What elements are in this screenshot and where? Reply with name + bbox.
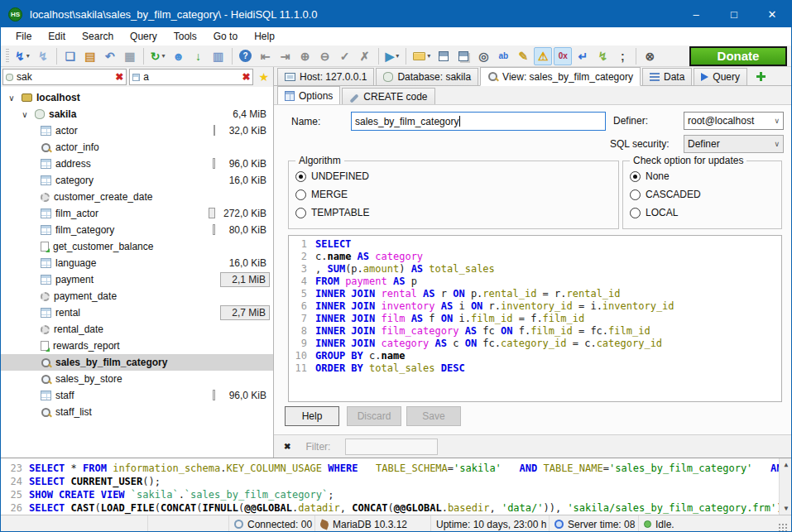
help-icon[interactable]: ? — [237, 47, 255, 65]
refresh-icon-dropdown[interactable]: ▾ — [161, 52, 165, 60]
tab-database-sakila[interactable]: Database: sakila — [376, 68, 478, 85]
print-icon[interactable]: ▦ — [121, 47, 139, 65]
replace-icon[interactable]: ab — [494, 47, 512, 65]
radio-none[interactable] — [630, 171, 641, 182]
menu-tools[interactable]: Tools — [166, 31, 205, 42]
tree-item-actor-info[interactable]: actor_info — [1, 139, 273, 156]
filter-input[interactable] — [345, 439, 438, 455]
tree-item-get-customer-balance[interactable]: get_customer_balance — [1, 238, 273, 255]
stop-icon[interactable]: ⊗ — [641, 47, 659, 65]
expand-chevron-icon[interactable]: ∨ — [19, 110, 31, 119]
check-option-option-cascaded[interactable]: CASCADED — [623, 185, 781, 204]
tree-item-film-category[interactable]: film_category80,0 KiB — [1, 222, 273, 238]
disconnect-icon[interactable]: ↯ — [34, 47, 52, 65]
expand-chevron-icon[interactable]: ∨ — [6, 93, 17, 103]
tab-query[interactable]: Query — [694, 68, 747, 85]
tree-item-staff[interactable]: staff96,0 KiB — [1, 387, 273, 404]
tab-options[interactable]: Options — [277, 86, 340, 104]
table-filter-input[interactable]: a ✖ — [129, 69, 253, 85]
menu-edit[interactable]: Edit — [40, 31, 74, 42]
clear-filter-icon[interactable]: ✖ — [242, 71, 250, 83]
tab-view-sales-by-film-category[interactable]: View: sales_by_film_category — [480, 67, 641, 86]
hex-toggle-icon[interactable]: 0x — [554, 47, 572, 65]
radio-merge[interactable] — [295, 189, 306, 200]
algorithm-option-undefined[interactable]: UNDEFINED — [289, 167, 618, 185]
semicolon-icon[interactable]: ; — [613, 47, 631, 65]
open-file-icon-dropdown[interactable]: ▾ — [427, 52, 430, 60]
tree-item-customer-create-date[interactable]: customer_create_date — [1, 189, 273, 205]
open-file-icon[interactable]: ▾ — [410, 47, 433, 65]
tree-item-sakila[interactable]: ∨sakila6,4 MiB — [1, 106, 273, 122]
tree-item-sales-by-film-category[interactable]: sales_by_film_category — [1, 354, 273, 371]
apply-icon[interactable]: ✓ — [336, 47, 354, 65]
tree-item-sales-by-store[interactable]: sales_by_store — [1, 371, 273, 387]
new-query-tab-icon[interactable] — [756, 71, 766, 82]
save-as-icon[interactable] — [454, 47, 473, 65]
database-filter-input[interactable]: sak ✖ — [2, 69, 127, 85]
run-query-icon-dropdown[interactable]: ▾ — [396, 52, 399, 60]
algorithm-option-merge[interactable]: MERGE — [289, 185, 618, 204]
last-record-icon[interactable]: ⇥ — [276, 47, 295, 65]
radio-undefined[interactable] — [295, 171, 306, 182]
tab-host-127-0-0-1[interactable]: Host: 127.0.0.1 — [277, 68, 374, 85]
definer-combobox[interactable]: root@localhost ∨ — [684, 112, 784, 130]
export-sql-icon[interactable]: ↓ — [190, 47, 208, 65]
check-option-option-none[interactable]: None — [623, 167, 781, 185]
connect-icon[interactable]: ↯▾ — [12, 47, 32, 65]
minimize-button[interactable]: – — [677, 1, 715, 27]
reconnect-icon[interactable]: ↯ — [593, 47, 612, 65]
tree-item-category[interactable]: category16,0 KiB — [1, 172, 273, 189]
tree-item-film-actor[interactable]: film_actor272,0 KiB — [1, 205, 273, 222]
tree-item-staff-list[interactable]: staff_list — [1, 404, 273, 420]
format-code-icon[interactable]: ✎ — [514, 47, 532, 65]
tab-create-code[interactable]: CREATE code — [342, 88, 434, 104]
save-button[interactable]: Save — [406, 406, 461, 426]
discard-button[interactable]: Discard — [347, 406, 401, 426]
save-file-icon[interactable] — [434, 47, 453, 65]
increase-icon[interactable]: ⊕ — [296, 47, 314, 65]
linebreak-icon[interactable]: ↵ — [574, 47, 592, 65]
user-manager-icon[interactable]: ☻ — [170, 47, 188, 65]
clear-filter-icon[interactable]: ✖ — [115, 71, 123, 83]
connect-icon-dropdown[interactable]: ▾ — [26, 52, 30, 60]
tree-item-address[interactable]: address96,0 KiB — [1, 156, 273, 172]
tree-item-language[interactable]: language16,0 KiB — [1, 255, 273, 271]
radio-cascaded[interactable] — [630, 189, 641, 200]
maximize-button[interactable]: □ — [715, 1, 753, 27]
tree-item-rental-date[interactable]: rental_date — [1, 321, 273, 338]
donate-button[interactable]: Donate — [689, 46, 787, 66]
run-query-icon[interactable]: ▶▾ — [383, 47, 402, 65]
resize-grip[interactable] — [778, 523, 788, 532]
log-scrollbar[interactable]: ▲ ▼ — [779, 458, 792, 515]
algorithm-option-temptable[interactable]: TEMPTABLE — [289, 204, 618, 222]
radio-temptable[interactable] — [295, 208, 306, 218]
toolbar-grip[interactable] — [6, 49, 9, 64]
refresh-icon[interactable]: ↻▾ — [148, 47, 168, 65]
close-button[interactable]: ✕ — [753, 1, 791, 27]
paste-icon[interactable]: ▤ — [81, 47, 99, 65]
find-icon[interactable]: ◎ — [474, 47, 492, 65]
menu-file[interactable]: File — [7, 31, 40, 42]
tree-item-localhost[interactable]: ∨localhost — [1, 89, 273, 106]
first-record-icon[interactable]: ⇤ — [257, 47, 275, 65]
menu-query[interactable]: Query — [122, 31, 166, 42]
menu-search[interactable]: Search — [74, 31, 122, 42]
menu-go-to[interactable]: Go to — [205, 31, 246, 42]
view-body-editor[interactable]: 1SELECT2c.name AS category3, SUM(p.amoun… — [288, 235, 782, 402]
tree-item-actor[interactable]: actor32,0 KiB — [1, 122, 273, 139]
tab-data[interactable]: Data — [642, 68, 692, 85]
tree-item-payment-date[interactable]: payment_date — [1, 288, 273, 304]
cancel-icon[interactable]: ✗ — [356, 47, 374, 65]
tree-item-payment[interactable]: payment2,1 MiB — [1, 271, 273, 288]
tree-item-rental[interactable]: rental2,7 MiB — [1, 304, 273, 321]
menu-help[interactable]: Help — [246, 31, 283, 42]
check-option-option-local[interactable]: LOCAL — [623, 204, 781, 222]
help-button[interactable]: Help — [285, 406, 339, 426]
save-blob-icon[interactable]: ▥ — [209, 47, 228, 65]
filter-close-icon[interactable]: ✖ — [284, 442, 290, 451]
tree-item-rewards-report[interactable]: rewards_report — [1, 338, 273, 354]
scroll-down-icon[interactable]: ▼ — [785, 502, 789, 515]
decrease-icon[interactable]: ⊖ — [316, 47, 334, 65]
copy-icon[interactable]: ❏ — [61, 47, 79, 65]
undo-icon[interactable]: ↶ — [101, 47, 119, 65]
